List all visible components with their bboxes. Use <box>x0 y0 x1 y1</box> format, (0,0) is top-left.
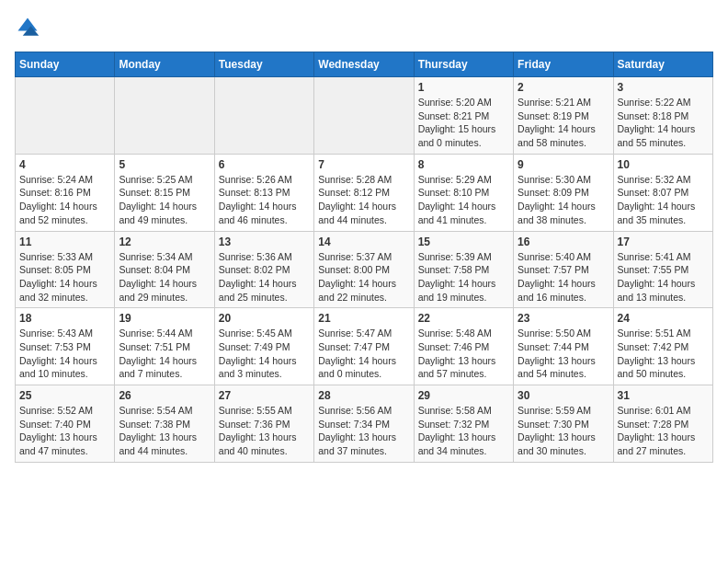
calendar-cell <box>115 77 214 155</box>
calendar-week-row: 11Sunrise: 5:33 AM Sunset: 8:05 PM Dayli… <box>16 231 713 308</box>
calendar-cell: 27Sunrise: 5:55 AM Sunset: 7:36 PM Dayli… <box>214 385 313 463</box>
day-number: 21 <box>318 312 409 325</box>
day-number: 7 <box>318 158 409 171</box>
day-info: Sunrise: 5:29 AM Sunset: 8:10 PM Dayligh… <box>418 173 509 227</box>
calendar-cell: 16Sunrise: 5:40 AM Sunset: 7:57 PM Dayli… <box>514 231 613 308</box>
calendar-cell <box>214 77 313 155</box>
weekday-header-wednesday: Wednesday <box>314 52 414 77</box>
calendar-cell: 14Sunrise: 5:37 AM Sunset: 8:00 PM Dayli… <box>314 231 414 308</box>
day-number: 29 <box>418 389 509 402</box>
weekday-header-tuesday: Tuesday <box>214 52 313 77</box>
day-info: Sunrise: 5:25 AM Sunset: 8:15 PM Dayligh… <box>119 173 210 227</box>
calendar-cell: 20Sunrise: 5:45 AM Sunset: 7:49 PM Dayli… <box>214 308 313 385</box>
calendar-cell: 31Sunrise: 6:01 AM Sunset: 7:28 PM Dayli… <box>613 385 712 463</box>
calendar-table: SundayMondayTuesdayWednesdayThursdayFrid… <box>15 52 713 463</box>
day-info: Sunrise: 5:47 AM Sunset: 7:47 PM Dayligh… <box>318 327 409 381</box>
calendar-cell: 24Sunrise: 5:51 AM Sunset: 7:42 PM Dayli… <box>613 308 712 385</box>
day-info: Sunrise: 5:33 AM Sunset: 8:05 PM Dayligh… <box>19 250 110 304</box>
day-number: 11 <box>19 236 110 248</box>
logo <box>15 15 44 40</box>
calendar-cell: 8Sunrise: 5:29 AM Sunset: 8:10 PM Daylig… <box>414 154 513 231</box>
calendar-week-row: 4Sunrise: 5:24 AM Sunset: 8:16 PM Daylig… <box>16 154 713 231</box>
day-info: Sunrise: 6:01 AM Sunset: 7:28 PM Dayligh… <box>618 404 709 458</box>
day-number: 15 <box>418 236 509 248</box>
day-info: Sunrise: 5:50 AM Sunset: 7:44 PM Dayligh… <box>518 327 609 381</box>
day-number: 8 <box>418 158 509 171</box>
calendar-cell: 1Sunrise: 5:20 AM Sunset: 8:21 PM Daylig… <box>414 77 513 155</box>
calendar-cell: 25Sunrise: 5:52 AM Sunset: 7:40 PM Dayli… <box>16 385 115 463</box>
day-info: Sunrise: 5:21 AM Sunset: 8:19 PM Dayligh… <box>518 96 609 150</box>
day-number: 18 <box>19 312 110 325</box>
day-info: Sunrise: 5:26 AM Sunset: 8:13 PM Dayligh… <box>219 173 310 227</box>
day-number: 10 <box>618 158 709 171</box>
weekday-header-sunday: Sunday <box>16 52 115 77</box>
calendar-cell: 29Sunrise: 5:58 AM Sunset: 7:32 PM Dayli… <box>414 385 513 463</box>
day-number: 24 <box>618 312 709 325</box>
day-number: 2 <box>518 81 609 94</box>
day-number: 13 <box>219 236 310 248</box>
calendar-cell: 13Sunrise: 5:36 AM Sunset: 8:02 PM Dayli… <box>214 231 313 308</box>
day-number: 12 <box>119 236 210 248</box>
weekday-header-monday: Monday <box>115 52 214 77</box>
calendar-cell: 12Sunrise: 5:34 AM Sunset: 8:04 PM Dayli… <box>115 231 214 308</box>
calendar-week-row: 18Sunrise: 5:43 AM Sunset: 7:53 PM Dayli… <box>16 308 713 385</box>
day-info: Sunrise: 5:20 AM Sunset: 8:21 PM Dayligh… <box>418 96 509 150</box>
day-info: Sunrise: 5:43 AM Sunset: 7:53 PM Dayligh… <box>19 327 110 381</box>
calendar-cell: 30Sunrise: 5:59 AM Sunset: 7:30 PM Dayli… <box>514 385 613 463</box>
calendar-header-row: SundayMondayTuesdayWednesdayThursdayFrid… <box>16 52 713 77</box>
day-info: Sunrise: 5:24 AM Sunset: 8:16 PM Dayligh… <box>19 173 110 227</box>
day-number: 30 <box>518 389 609 402</box>
day-number: 23 <box>518 312 609 325</box>
calendar-cell: 26Sunrise: 5:54 AM Sunset: 7:38 PM Dayli… <box>115 385 214 463</box>
day-info: Sunrise: 5:59 AM Sunset: 7:30 PM Dayligh… <box>518 404 609 458</box>
calendar-cell: 2Sunrise: 5:21 AM Sunset: 8:19 PM Daylig… <box>514 77 613 155</box>
day-number: 3 <box>618 81 709 94</box>
day-number: 16 <box>518 236 609 248</box>
calendar-cell: 9Sunrise: 5:30 AM Sunset: 8:09 PM Daylig… <box>514 154 613 231</box>
day-number: 22 <box>418 312 509 325</box>
day-info: Sunrise: 5:40 AM Sunset: 7:57 PM Dayligh… <box>518 250 609 304</box>
calendar-cell: 19Sunrise: 5:44 AM Sunset: 7:51 PM Dayli… <box>115 308 214 385</box>
day-number: 19 <box>119 312 210 325</box>
day-info: Sunrise: 5:54 AM Sunset: 7:38 PM Dayligh… <box>119 404 210 458</box>
day-info: Sunrise: 5:58 AM Sunset: 7:32 PM Dayligh… <box>418 404 509 458</box>
day-number: 4 <box>19 158 110 171</box>
day-info: Sunrise: 5:44 AM Sunset: 7:51 PM Dayligh… <box>119 327 210 381</box>
calendar-cell: 10Sunrise: 5:32 AM Sunset: 8:07 PM Dayli… <box>613 154 712 231</box>
calendar-cell: 15Sunrise: 5:39 AM Sunset: 7:58 PM Dayli… <box>414 231 513 308</box>
day-number: 31 <box>618 389 709 402</box>
day-number: 6 <box>219 158 310 171</box>
calendar-cell: 18Sunrise: 5:43 AM Sunset: 7:53 PM Dayli… <box>16 308 115 385</box>
svg-marker-0 <box>18 18 38 31</box>
day-number: 20 <box>219 312 310 325</box>
day-info: Sunrise: 5:45 AM Sunset: 7:49 PM Dayligh… <box>219 327 310 381</box>
weekday-header-friday: Friday <box>514 52 613 77</box>
day-number: 14 <box>318 236 409 248</box>
day-info: Sunrise: 5:30 AM Sunset: 8:09 PM Dayligh… <box>518 173 609 227</box>
day-info: Sunrise: 5:36 AM Sunset: 8:02 PM Dayligh… <box>219 250 310 304</box>
day-info: Sunrise: 5:32 AM Sunset: 8:07 PM Dayligh… <box>618 173 709 227</box>
calendar-cell <box>314 77 414 155</box>
day-number: 25 <box>19 389 110 402</box>
day-info: Sunrise: 5:55 AM Sunset: 7:36 PM Dayligh… <box>219 404 310 458</box>
calendar-week-row: 25Sunrise: 5:52 AM Sunset: 7:40 PM Dayli… <box>16 385 713 463</box>
day-number: 9 <box>518 158 609 171</box>
day-number: 28 <box>318 389 409 402</box>
day-number: 17 <box>618 236 709 248</box>
calendar-cell: 28Sunrise: 5:56 AM Sunset: 7:34 PM Dayli… <box>314 385 414 463</box>
day-info: Sunrise: 5:48 AM Sunset: 7:46 PM Dayligh… <box>418 327 509 381</box>
day-info: Sunrise: 5:52 AM Sunset: 7:40 PM Dayligh… <box>19 404 110 458</box>
calendar-cell <box>16 77 115 155</box>
calendar-cell: 23Sunrise: 5:50 AM Sunset: 7:44 PM Dayli… <box>514 308 613 385</box>
calendar-cell: 7Sunrise: 5:28 AM Sunset: 8:12 PM Daylig… <box>314 154 414 231</box>
logo-icon <box>15 15 40 40</box>
weekday-header-saturday: Saturday <box>613 52 712 77</box>
day-info: Sunrise: 5:37 AM Sunset: 8:00 PM Dayligh… <box>318 250 409 304</box>
day-number: 26 <box>119 389 210 402</box>
day-number: 1 <box>418 81 509 94</box>
calendar-week-row: 1Sunrise: 5:20 AM Sunset: 8:21 PM Daylig… <box>16 77 713 155</box>
day-info: Sunrise: 5:34 AM Sunset: 8:04 PM Dayligh… <box>119 250 210 304</box>
day-info: Sunrise: 5:22 AM Sunset: 8:18 PM Dayligh… <box>618 96 709 150</box>
day-info: Sunrise: 5:41 AM Sunset: 7:55 PM Dayligh… <box>618 250 709 304</box>
day-info: Sunrise: 5:28 AM Sunset: 8:12 PM Dayligh… <box>318 173 409 227</box>
